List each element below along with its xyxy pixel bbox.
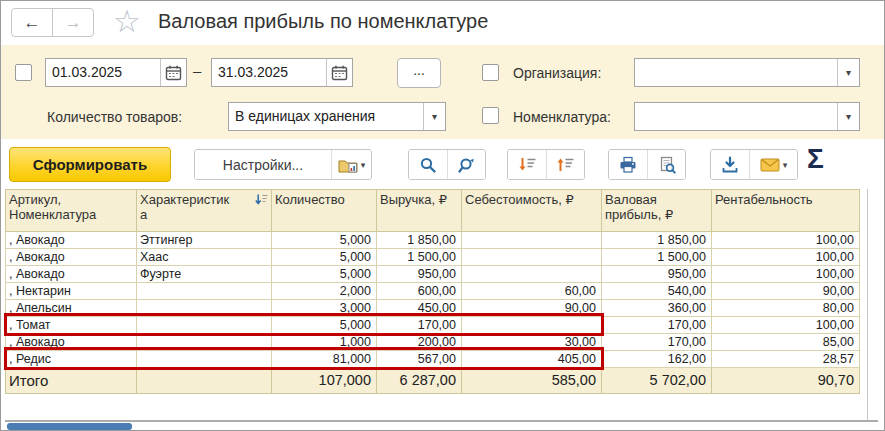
table-cell[interactable]: 1 850,00 [377, 232, 462, 249]
table-cell[interactable]: 85,00 [712, 334, 860, 351]
table-cell[interactable]: , Авокадо [6, 266, 137, 283]
column-header[interactable]: Количество [272, 190, 377, 232]
table-cell[interactable]: 100,00 [712, 249, 860, 266]
organization-value[interactable] [635, 59, 837, 86]
nomenclature-value[interactable] [635, 103, 837, 130]
horizontal-scrollbar[interactable] [6, 422, 878, 431]
table-cell[interactable]: , Авокадо [6, 232, 137, 249]
table-cell[interactable]: , Апельсин [6, 300, 137, 317]
calendar-icon[interactable] [160, 59, 186, 86]
table-cell[interactable]: Итого [6, 368, 137, 394]
table-cell[interactable]: , Нектарин [6, 283, 137, 300]
date-from-value[interactable]: 01.03.2025 [46, 59, 160, 86]
table-row[interactable]: , Авокадо1,000200,0030,00170,0085,00 [6, 334, 860, 351]
organization-combo[interactable]: ▾ [634, 58, 860, 87]
table-cell[interactable]: , Редис [6, 351, 137, 368]
table-cell[interactable]: 567,00 [377, 351, 462, 368]
date-to-value[interactable]: 31.03.2025 [212, 59, 326, 86]
table-cell[interactable]: 162,00 [602, 351, 712, 368]
table-cell[interactable]: 5,000 [272, 232, 377, 249]
search-icon[interactable] [409, 150, 447, 179]
table-cell[interactable] [137, 368, 272, 394]
table-cell[interactable]: 950,00 [377, 266, 462, 283]
table-row[interactable]: , Редис81,000567,00405,00162,0028,57 [6, 351, 860, 368]
table-cell[interactable]: 90,00 [462, 300, 602, 317]
column-header[interactable]: Рентабельность [712, 190, 860, 232]
table-cell[interactable]: 6 287,00 [377, 368, 462, 394]
date-to-field[interactable]: 31.03.2025 [211, 58, 353, 87]
period-more-button[interactable]: ... [397, 58, 441, 88]
table-cell[interactable]: 1 850,00 [602, 232, 712, 249]
table-cell[interactable]: 80,00 [712, 300, 860, 317]
date-from-field[interactable]: 01.03.2025 [45, 58, 187, 87]
settings-button[interactable]: Настройки... [195, 150, 331, 179]
table-cell[interactable] [462, 266, 602, 283]
quantity-combo[interactable]: В единицах хранения ▾ [228, 102, 446, 131]
table-cell[interactable]: 2,000 [272, 283, 377, 300]
table-cell[interactable]: 5,000 [272, 317, 377, 334]
table-cell[interactable] [137, 334, 272, 351]
nomenclature-combo[interactable]: ▾ [634, 102, 860, 131]
table-cell[interactable]: Фуэрте [137, 266, 272, 283]
table-cell[interactable]: 90,70 [712, 368, 860, 394]
column-header[interactable]: Характеристика [137, 190, 272, 232]
table-cell[interactable]: 540,00 [602, 283, 712, 300]
chevron-down-icon[interactable]: ▾ [837, 103, 859, 130]
back-button[interactable]: ← [11, 8, 53, 37]
table-cell[interactable] [137, 300, 272, 317]
collapse-groups-icon[interactable] [546, 150, 584, 179]
organization-checkbox[interactable] [482, 64, 499, 81]
table-row[interactable]: , АвокадоХаас5,0001 500,001 500,00100,00 [6, 249, 860, 266]
table-cell[interactable]: 100,00 [712, 317, 860, 334]
forward-button[interactable]: → [52, 8, 94, 37]
table-cell[interactable]: 100,00 [712, 232, 860, 249]
email-icon[interactable]: ▾ [749, 150, 797, 179]
table-cell[interactable] [462, 317, 602, 334]
table-cell[interactable]: 360,00 [602, 300, 712, 317]
print-preview-icon[interactable] [647, 150, 685, 179]
table-cell[interactable] [137, 317, 272, 334]
table-cell[interactable]: 81,000 [272, 351, 377, 368]
print-icon[interactable] [609, 150, 647, 179]
vertical-scrollbar[interactable] [867, 189, 878, 420]
table-cell[interactable]: Эттингер [137, 232, 272, 249]
table-row[interactable]: , Нектарин2,000600,0060,00540,0090,00 [6, 283, 860, 300]
column-header[interactable]: Выручка, ₽ [377, 190, 462, 232]
sum-icon[interactable]: Σ [807, 143, 824, 175]
column-header[interactable]: Артикул, Номенклатура [6, 190, 137, 232]
table-row[interactable]: , АвокадоЭттингер5,0001 850,001 850,0010… [6, 232, 860, 249]
table-cell[interactable] [462, 249, 602, 266]
save-icon[interactable] [711, 150, 749, 179]
table-cell[interactable] [137, 283, 272, 300]
chevron-down-icon[interactable]: ▾ [423, 103, 445, 130]
total-row[interactable]: Итого107,0006 287,00585,005 702,0090,70 [6, 368, 860, 394]
table-row[interactable]: , АвокадоФуэрте5,000950,00950,00100,00 [6, 266, 860, 283]
period-checkbox[interactable] [15, 64, 32, 81]
nomenclature-checkbox[interactable] [482, 107, 499, 124]
table-cell[interactable]: 1,000 [272, 334, 377, 351]
table-cell[interactable]: 5,000 [272, 266, 377, 283]
table-cell[interactable]: , Авокадо [6, 334, 137, 351]
generate-button[interactable]: Сформировать [9, 147, 171, 182]
table-row[interactable]: , Апельсин3,000450,0090,00360,0080,00 [6, 300, 860, 317]
table-cell[interactable]: 107,000 [272, 368, 377, 394]
chevron-down-icon[interactable]: ▾ [837, 59, 859, 86]
table-cell[interactable]: , Авокадо [6, 249, 137, 266]
table-cell[interactable]: 450,00 [377, 300, 462, 317]
table-cell[interactable]: Хаас [137, 249, 272, 266]
table-cell[interactable]: 1 500,00 [602, 249, 712, 266]
table-cell[interactable]: 170,00 [377, 317, 462, 334]
table-cell[interactable]: 100,00 [712, 266, 860, 283]
column-header[interactable]: Себестоимость, ₽ [462, 190, 602, 232]
table-cell[interactable]: 60,00 [462, 283, 602, 300]
table-cell[interactable]: 600,00 [377, 283, 462, 300]
table-cell[interactable] [137, 351, 272, 368]
table-cell[interactable]: 170,00 [602, 317, 712, 334]
table-cell[interactable]: 200,00 [377, 334, 462, 351]
table-cell[interactable]: 405,00 [462, 351, 602, 368]
horizontal-scrollbar-thumb[interactable] [7, 423, 132, 430]
table-cell[interactable]: 170,00 [602, 334, 712, 351]
favorite-star-icon[interactable]: ☆ [113, 3, 141, 40]
table-cell[interactable]: 950,00 [602, 266, 712, 283]
table-cell[interactable]: , Томат [6, 317, 137, 334]
